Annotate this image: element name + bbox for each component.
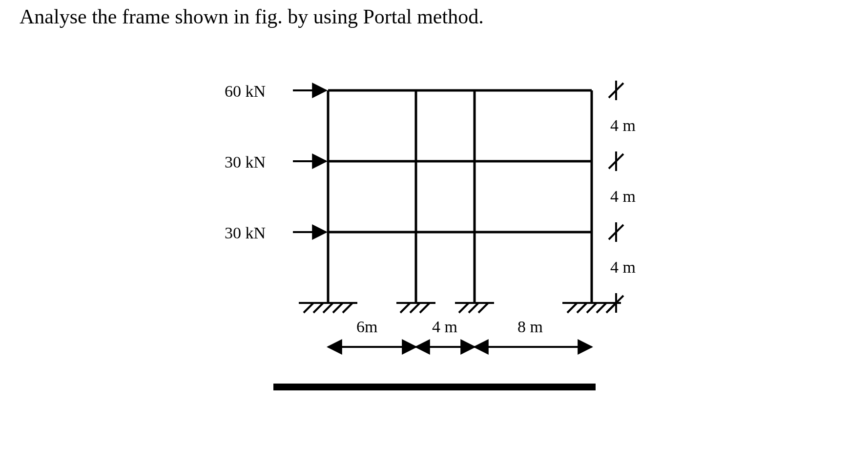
svg-line-20 (478, 303, 488, 313)
force-arrows (293, 90, 326, 232)
supports (299, 303, 621, 313)
storey-label-3: 4 m (610, 258, 636, 277)
force-label-top: 60 kN (225, 82, 266, 101)
svg-line-10 (323, 303, 333, 313)
svg-line-9 (313, 303, 323, 313)
frame-lines (328, 90, 592, 303)
svg-line-24 (587, 303, 597, 313)
svg-line-18 (459, 303, 469, 313)
svg-line-8 (304, 303, 313, 313)
svg-line-22 (567, 303, 577, 313)
svg-line-16 (420, 303, 430, 313)
svg-line-23 (577, 303, 587, 313)
svg-line-11 (333, 303, 343, 313)
frame-diagram (0, 0, 868, 472)
svg-line-12 (343, 303, 352, 313)
bay-label-3: 8 m (517, 318, 543, 336)
svg-line-14 (400, 303, 410, 313)
svg-line-19 (469, 303, 478, 313)
storey-label-2: 4 m (610, 187, 636, 206)
bay-label-2: 4 m (432, 318, 457, 336)
svg-line-25 (597, 303, 606, 313)
force-label-low: 30 kN (225, 224, 266, 242)
force-label-mid: 30 kN (225, 153, 266, 172)
svg-line-15 (410, 303, 420, 313)
storey-label-1: 4 m (610, 116, 636, 135)
bay-label-1: 6m (356, 318, 377, 336)
